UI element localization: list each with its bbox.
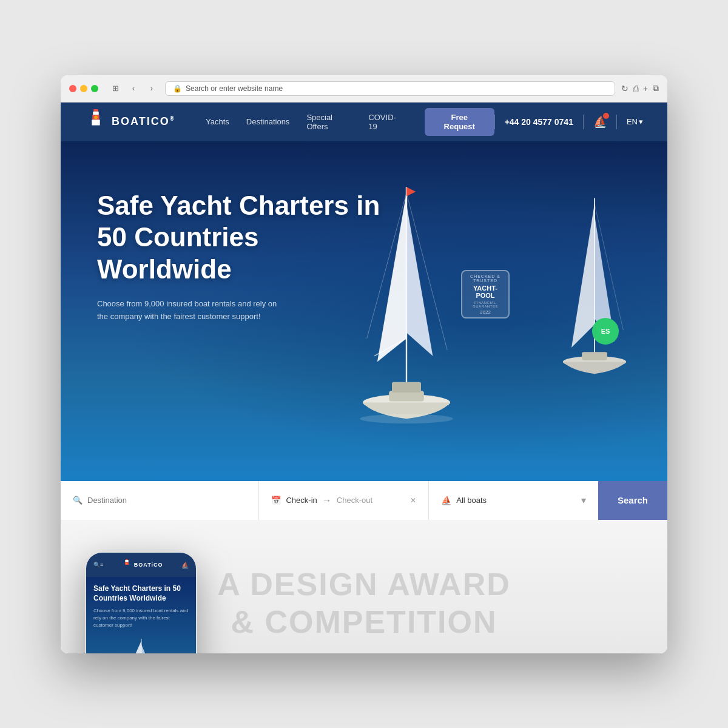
traffic-light-green[interactable] [91,85,98,92]
phone-boat [93,634,189,653]
logo-icon [85,109,107,135]
phone-hero: Safe Yacht Charters in 50 Countries Worl… [86,577,196,653]
chevron-down-icon: ▾ [639,117,643,126]
nav-destinations[interactable]: Destinations [246,117,290,126]
search-bar: 🔍 📅 Check-in → Check-out ✕ ⛵ All boats ▾… [61,481,667,520]
svg-point-27 [126,563,127,564]
checkin-label: Check-in [286,496,317,505]
phone-number[interactable]: +44 20 4577 0741 [505,117,573,127]
traffic-light-yellow[interactable] [80,85,87,92]
logo[interactable]: BOATiCO® [85,109,175,135]
svg-rect-6 [90,132,101,135]
phone-mockup: 🔍≡ BOATiCO ⛵ [85,551,197,653]
nav-yachts[interactable]: Yachts [206,117,229,126]
browser-action-buttons: ↻ ⎙ + ⧉ [621,83,659,93]
header-divider [494,115,495,129]
boats-label: All boats [456,496,487,505]
checkout-label: Check-out [337,496,372,505]
address-bar-text: Search or enter website name [186,84,283,93]
hero-title: Safe Yacht Charters in 50 Countries Worl… [97,190,400,286]
svg-marker-29 [127,641,141,653]
bottom-area: 🔍≡ BOATiCO ⛵ [61,520,667,653]
browser-chrome: ⊞ ‹ › 🔒 Search or enter website name ↻ ⎙… [61,75,667,103]
notification-badge [603,113,609,119]
header-divider-2 [583,115,584,129]
browser-window: ⊞ ‹ › 🔒 Search or enter website name ↻ ⎙… [61,75,667,653]
lock-icon: 🔒 [173,84,182,93]
hero-content: Safe Yacht Charters in 50 Countries Worl… [61,141,667,348]
phone-logo: BOATiCO [122,559,163,571]
svg-rect-24 [126,559,128,561]
reload-button[interactable]: ↻ [621,84,629,93]
logo-text: BOATiCO® [112,115,175,128]
svg-rect-25 [125,560,128,562]
chevron-down-icon: ▾ [581,494,586,506]
svg-rect-22 [582,352,607,360]
boats-field[interactable]: ⛵ All boats ▾ [429,481,598,520]
svg-rect-4 [91,125,100,132]
free-request-button[interactable]: Free Request [425,108,494,136]
header-divider-3 [616,115,617,129]
address-bar[interactable]: 🔒 Search or enter website name [165,81,615,96]
share-button[interactable]: ⎙ [633,84,638,93]
back-button[interactable]: ‹ [126,81,141,96]
yacht-icon[interactable]: ⛵ [593,115,607,129]
hero-section: Safe Yacht Charters in 50 Countries Worl… [61,141,667,481]
search-button[interactable]: Search [598,481,667,520]
sidebar-toggle-button[interactable]: ⊞ [108,81,123,96]
site-header: BOATiCO® Yachts Destinations Special Off… [61,103,667,141]
forward-button[interactable]: › [144,81,159,96]
hero-subtitle: Choose from 9,000 insured boat rentals a… [97,298,279,323]
phone-header: 🔍≡ BOATiCO ⛵ [86,553,196,577]
header-right: +44 20 4577 0741 ⛵ EN ▾ [494,115,643,129]
new-tab-button[interactable]: + [643,84,648,93]
calendar-icon: 📅 [271,496,281,505]
boat-icon: ⛵ [441,496,451,505]
language-selector[interactable]: EN ▾ [627,117,643,126]
destination-field[interactable]: 🔍 [61,481,259,520]
website-content: BOATiCO® Yachts Destinations Special Off… [61,103,667,653]
search-icon: 🔍 [73,496,83,505]
nav-special-offers[interactable]: Special Offers [306,113,351,131]
svg-rect-0 [93,109,98,112]
svg-rect-1 [93,111,99,115]
tabs-button[interactable]: ⧉ [653,83,659,93]
browser-nav-buttons: ⊞ ‹ › [108,81,159,96]
svg-rect-13 [392,382,421,392]
traffic-lights [69,85,98,92]
svg-marker-30 [141,644,153,653]
checkin-field[interactable]: 📅 Check-in → Check-out ✕ [259,481,429,520]
main-nav: Yachts Destinations Special Offers COVID… [206,108,494,136]
arrow-right-icon: → [322,495,332,506]
nav-covid19[interactable]: COVID-19 [368,113,401,131]
destination-input[interactable] [87,496,246,505]
svg-point-14 [360,414,453,423]
phone-screen: 🔍≡ BOATiCO ⛵ [86,553,196,653]
traffic-light-red[interactable] [69,85,76,92]
phone-hero-subtitle: Choose from 9,000 insured boat rentals a… [93,607,189,629]
phone-hero-title: Safe Yacht Charters in 50 Countries Worl… [93,584,189,603]
svg-point-5 [94,115,98,119]
close-icon[interactable]: ✕ [410,496,416,505]
svg-rect-3 [92,120,99,126]
